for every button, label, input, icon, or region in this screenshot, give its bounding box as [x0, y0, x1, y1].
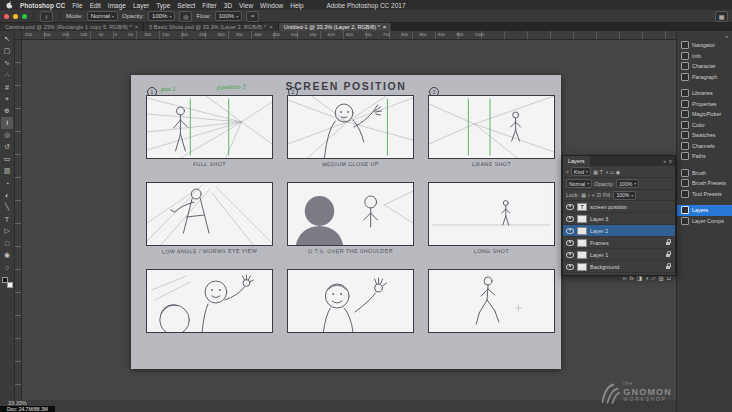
zoom-tool[interactable]: ○ — [1, 261, 13, 273]
pressure-opacity-icon[interactable]: ◎ — [179, 11, 192, 22]
panel-button-swatches[interactable]: Swatches — [677, 130, 732, 141]
tab-5-basic-shots[interactable]: 5 Basic Shots.psd @ 33.3% (Layer 2, RGB/… — [144, 22, 279, 31]
layer-name[interactable]: screen position — [590, 204, 672, 210]
flow-dropdown[interactable]: 100%▾ — [215, 11, 242, 21]
layer-row-layer-3[interactable]: Layer 3 — [563, 213, 675, 225]
menu-type[interactable]: Type — [156, 2, 170, 9]
panel-button-navigator[interactable]: Navigator — [677, 40, 732, 51]
panel-menu-icon[interactable]: ≡ — [669, 158, 672, 164]
close-window-button[interactable] — [4, 14, 9, 19]
tab-untitled-1[interactable]: Untitled-1 @ 33.3% (Layer 2, RGB/8) * × — [279, 22, 393, 31]
zoom-window-button[interactable] — [22, 14, 27, 19]
type-tool[interactable]: T — [1, 213, 13, 225]
layer-thumbnail[interactable] — [577, 251, 587, 259]
layer-name[interactable]: Background — [590, 264, 663, 270]
filter-type-icon[interactable]: T — [600, 169, 603, 175]
clone-stamp-tool[interactable]: ◎ — [1, 129, 13, 141]
quick-selection-tool[interactable]: ∴ — [1, 69, 13, 81]
apple-menu-icon[interactable] — [6, 1, 13, 10]
layer-name[interactable]: Layer 1 — [590, 252, 663, 258]
filter-kind-dropdown[interactable]: Kind▾ — [571, 167, 591, 176]
menu-edit[interactable]: Edit — [90, 2, 101, 9]
menu-select[interactable]: Select — [177, 2, 195, 9]
layer-style-fx-icon[interactable]: fx — [629, 275, 633, 281]
panel-button-paths[interactable]: Paths — [677, 151, 732, 162]
blur-tool[interactable]: ◔ — [1, 177, 13, 189]
filter-pixel-icon[interactable]: ▦ — [593, 169, 598, 175]
layer-group-icon[interactable]: ▱ — [651, 275, 655, 281]
close-tab-icon[interactable]: × — [135, 24, 139, 30]
layer-row-layer-2[interactable]: Layer 2 — [563, 225, 675, 237]
menu-layer[interactable]: Layer — [133, 2, 149, 9]
new-layer-icon[interactable]: ▤ — [659, 275, 664, 281]
foreground-color-swatch[interactable] — [2, 277, 8, 283]
visibility-eye-icon[interactable] — [566, 228, 574, 234]
healing-brush-tool[interactable]: ⊕ — [1, 105, 13, 117]
workspace-switcher-icon[interactable]: ▦ — [715, 11, 728, 22]
menu-photoshop[interactable]: Photoshop CC — [20, 2, 65, 9]
layer-thumbnail[interactable] — [577, 239, 587, 247]
tab-cantina[interactable]: Cantina.psd @ 23% (Rectangle 1 copy 5, R… — [0, 22, 144, 31]
visibility-eye-icon[interactable] — [566, 240, 574, 246]
layer-thumbnail[interactable]: T — [577, 203, 587, 211]
path-selection-tool[interactable]: ▷ — [1, 225, 13, 237]
panel-button-layer-comps[interactable]: Layer Comps — [677, 216, 732, 227]
delete-layer-icon[interactable]: ⊔ — [667, 275, 671, 281]
hand-tool[interactable]: ◉ — [1, 249, 13, 261]
layer-name[interactable]: Layer 2 — [590, 228, 672, 234]
menu-view[interactable]: View — [239, 2, 253, 9]
filter-smart-object-icon[interactable]: ◉ — [616, 169, 620, 175]
panel-button-brush-presets[interactable]: Brush Presets — [677, 178, 732, 189]
blend-mode-dropdown[interactable]: Normal▾ — [566, 179, 592, 188]
close-tab-icon[interactable]: × — [383, 24, 387, 30]
menu-help[interactable]: Help — [290, 2, 303, 9]
brush-tool[interactable]: ≀ — [1, 117, 13, 129]
panel-button-layers[interactable]: Layers — [677, 205, 732, 216]
layer-row-screen-position[interactable]: T screen position — [563, 201, 675, 213]
layers-panel-tab[interactable]: Layers — [563, 156, 590, 166]
menu-3d[interactable]: 3D — [224, 2, 232, 9]
menu-image[interactable]: Image — [108, 2, 126, 9]
lock-position-icon[interactable]: + — [592, 192, 595, 198]
layer-thumbnail[interactable] — [577, 263, 587, 271]
airbrush-icon[interactable]: ≈ — [246, 11, 259, 22]
close-tab-icon[interactable]: × — [269, 24, 273, 30]
color-swatches[interactable] — [2, 277, 13, 288]
visibility-eye-icon[interactable] — [566, 204, 574, 210]
shape-tool[interactable]: □ — [1, 237, 13, 249]
panel-button-magicpicker[interactable]: MagicPicker — [677, 109, 732, 120]
layer-row-layer-1[interactable]: Layer 1 — [563, 249, 675, 261]
panel-button-brush[interactable]: Brush — [677, 168, 732, 179]
layer-thumbnail[interactable] — [577, 215, 587, 223]
panel-button-color[interactable]: Color — [677, 120, 732, 131]
filter-shape-icon[interactable]: ▱ — [610, 169, 614, 175]
marquee-tool[interactable]: ▢ — [1, 45, 13, 57]
gradient-tool[interactable]: ▥ — [1, 165, 13, 177]
lock-all-icon[interactable]: ⊡ — [597, 192, 601, 198]
collapse-panel-icon[interactable]: « — [663, 158, 666, 164]
layer-name[interactable]: Layer 3 — [590, 216, 672, 222]
pen-tool[interactable]: ╲ — [1, 201, 13, 213]
layer-row-frames[interactable]: Frames — [563, 237, 675, 249]
layer-row-background[interactable]: Background — [563, 261, 675, 273]
layer-name[interactable]: Frames — [590, 240, 663, 246]
dodge-tool[interactable]: ◐ — [1, 189, 13, 201]
lock-transparent-icon[interactable]: ▦ — [581, 192, 586, 198]
visibility-eye-icon[interactable] — [566, 252, 574, 258]
fill-dropdown[interactable]: 100%▾ — [613, 191, 636, 200]
opacity-dropdown[interactable]: 100%▾ — [148, 11, 175, 21]
move-tool[interactable]: ↖ — [1, 33, 13, 45]
history-brush-tool[interactable]: ↺ — [1, 141, 13, 153]
mode-dropdown[interactable]: Normal▾ — [87, 11, 118, 21]
collapse-panels-icon[interactable]: » — [725, 33, 728, 40]
layer-thumbnail[interactable] — [577, 227, 587, 235]
lock-pixels-icon[interactable]: ≀ — [588, 192, 590, 198]
panel-button-channels[interactable]: Channels — [677, 141, 732, 152]
lasso-tool[interactable]: ∿ — [1, 57, 13, 69]
menu-file[interactable]: File — [72, 2, 82, 9]
layer-opacity-dropdown[interactable]: 100%▾ — [616, 179, 639, 188]
visibility-eye-icon[interactable] — [566, 216, 574, 222]
panel-button-libraries[interactable]: Libraries — [677, 88, 732, 99]
adjustment-layer-icon[interactable]: ◑ — [645, 275, 648, 281]
visibility-eye-icon[interactable] — [566, 264, 574, 270]
